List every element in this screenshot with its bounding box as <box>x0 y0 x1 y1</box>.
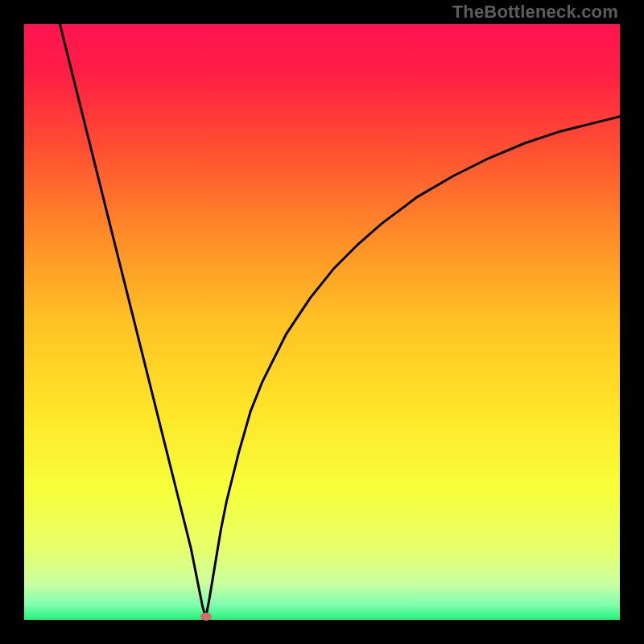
watermark-text: TheBottleneck.com <box>452 2 618 23</box>
gradient-background <box>24 24 620 620</box>
minimum-marker <box>200 613 212 621</box>
bottleneck-plot <box>24 24 620 620</box>
chart-frame: TheBottleneck.com <box>0 0 644 644</box>
